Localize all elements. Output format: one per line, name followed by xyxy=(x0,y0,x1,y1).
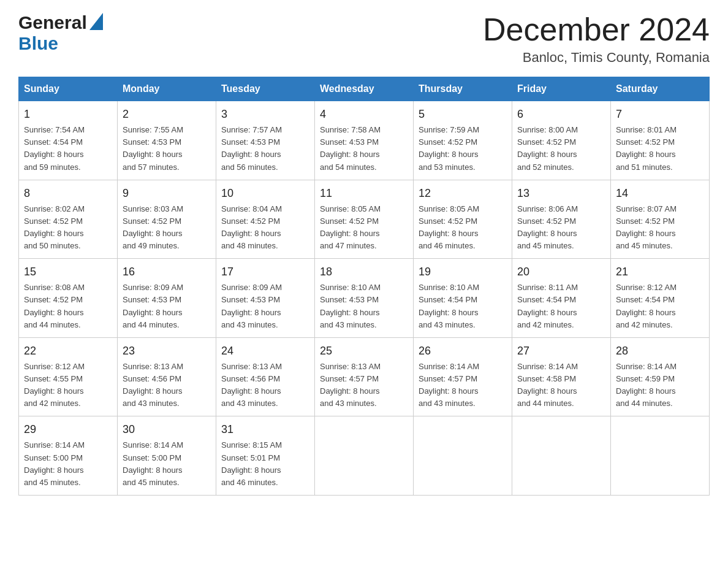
calendar-day-cell: 26 Sunrise: 8:14 AMSunset: 4:57 PMDaylig… xyxy=(414,337,512,416)
day-number: 5 xyxy=(419,106,507,123)
day-info: Sunrise: 8:05 AMSunset: 4:52 PMDaylight:… xyxy=(419,204,479,250)
col-wednesday: Wednesday xyxy=(315,77,414,101)
day-info: Sunrise: 8:10 AMSunset: 4:54 PMDaylight:… xyxy=(419,283,479,329)
day-number: 24 xyxy=(221,343,309,359)
day-info: Sunrise: 7:57 AMSunset: 4:53 PMDaylight:… xyxy=(221,125,282,171)
day-number: 20 xyxy=(517,264,605,280)
day-number: 11 xyxy=(320,185,408,202)
day-info: Sunrise: 8:10 AMSunset: 4:53 PMDaylight:… xyxy=(320,283,381,329)
day-number: 23 xyxy=(123,343,211,359)
col-friday: Friday xyxy=(512,77,611,101)
day-number: 6 xyxy=(517,106,605,123)
calendar-day-cell: 14 Sunrise: 8:07 AMSunset: 4:52 PMDaylig… xyxy=(611,180,710,259)
day-info: Sunrise: 8:00 AMSunset: 4:52 PMDaylight:… xyxy=(517,125,578,171)
day-number: 31 xyxy=(221,421,309,438)
calendar-day-cell: 2 Sunrise: 7:55 AMSunset: 4:53 PMDayligh… xyxy=(118,101,216,180)
calendar-day-cell: 11 Sunrise: 8:05 AMSunset: 4:52 PMDaylig… xyxy=(315,180,414,259)
calendar-day-cell: 19 Sunrise: 8:10 AMSunset: 4:54 PMDaylig… xyxy=(414,259,512,338)
day-number: 4 xyxy=(320,106,408,123)
logo-blue-text: Blue xyxy=(18,33,58,54)
day-number: 2 xyxy=(123,106,211,123)
day-number: 29 xyxy=(24,421,112,438)
day-number: 28 xyxy=(616,343,704,359)
calendar-header-row: Sunday Monday Tuesday Wednesday Thursday… xyxy=(19,77,710,101)
day-number: 14 xyxy=(616,185,704,202)
day-info: Sunrise: 8:13 AMSunset: 4:57 PMDaylight:… xyxy=(320,362,381,408)
day-info: Sunrise: 8:13 AMSunset: 4:56 PMDaylight:… xyxy=(123,362,183,408)
calendar-day-cell: 31 Sunrise: 8:15 AMSunset: 5:01 PMDaylig… xyxy=(216,416,315,496)
calendar-day-cell: 24 Sunrise: 8:13 AMSunset: 4:56 PMDaylig… xyxy=(216,337,315,416)
calendar-day-cell: 5 Sunrise: 7:59 AMSunset: 4:52 PMDayligh… xyxy=(414,101,512,180)
calendar-day-cell: 18 Sunrise: 8:10 AMSunset: 4:53 PMDaylig… xyxy=(315,259,414,338)
day-info: Sunrise: 7:55 AMSunset: 4:53 PMDaylight:… xyxy=(123,125,183,171)
svg-marker-0 xyxy=(89,13,103,30)
day-info: Sunrise: 8:14 AMSunset: 5:00 PMDaylight:… xyxy=(24,440,85,486)
day-info: Sunrise: 8:03 AMSunset: 4:52 PMDaylight:… xyxy=(123,204,183,250)
calendar-day-cell: 4 Sunrise: 7:58 AMSunset: 4:53 PMDayligh… xyxy=(315,101,414,180)
day-info: Sunrise: 8:01 AMSunset: 4:52 PMDaylight:… xyxy=(616,125,677,171)
calendar-week-row: 1 Sunrise: 7:54 AMSunset: 4:54 PMDayligh… xyxy=(19,101,710,180)
day-number: 3 xyxy=(221,106,309,123)
day-info: Sunrise: 8:13 AMSunset: 4:56 PMDaylight:… xyxy=(221,362,282,408)
day-info: Sunrise: 8:07 AMSunset: 4:52 PMDaylight:… xyxy=(616,204,677,250)
day-info: Sunrise: 7:58 AMSunset: 4:53 PMDaylight:… xyxy=(320,125,381,171)
day-info: Sunrise: 8:02 AMSunset: 4:52 PMDaylight:… xyxy=(24,204,85,250)
calendar-week-row: 29 Sunrise: 8:14 AMSunset: 5:00 PMDaylig… xyxy=(19,416,710,496)
day-info: Sunrise: 8:04 AMSunset: 4:52 PMDaylight:… xyxy=(221,204,282,250)
calendar-day-cell xyxy=(611,416,710,496)
day-info: Sunrise: 8:09 AMSunset: 4:53 PMDaylight:… xyxy=(221,283,282,329)
day-info: Sunrise: 8:05 AMSunset: 4:52 PMDaylight:… xyxy=(320,204,381,250)
day-info: Sunrise: 8:15 AMSunset: 5:01 PMDaylight:… xyxy=(221,440,282,486)
day-number: 27 xyxy=(517,343,605,359)
calendar-day-cell: 10 Sunrise: 8:04 AMSunset: 4:52 PMDaylig… xyxy=(216,180,315,259)
logo: General Blue xyxy=(18,12,103,54)
calendar-subtitle: Banloc, Timis County, Romania xyxy=(483,50,710,66)
calendar-day-cell: 13 Sunrise: 8:06 AMSunset: 4:52 PMDaylig… xyxy=(512,180,611,259)
day-number: 18 xyxy=(320,264,408,280)
day-info: Sunrise: 7:59 AMSunset: 4:52 PMDaylight:… xyxy=(419,125,479,171)
calendar-day-cell: 7 Sunrise: 8:01 AMSunset: 4:52 PMDayligh… xyxy=(611,101,710,180)
day-info: Sunrise: 8:12 AMSunset: 4:54 PMDaylight:… xyxy=(616,283,677,329)
day-number: 1 xyxy=(24,106,112,123)
col-saturday: Saturday xyxy=(611,77,710,101)
day-info: Sunrise: 8:08 AMSunset: 4:52 PMDaylight:… xyxy=(24,283,85,329)
calendar-day-cell xyxy=(414,416,512,496)
calendar-day-cell: 3 Sunrise: 7:57 AMSunset: 4:53 PMDayligh… xyxy=(216,101,315,180)
day-number: 7 xyxy=(616,106,704,123)
calendar-day-cell: 1 Sunrise: 7:54 AMSunset: 4:54 PMDayligh… xyxy=(19,101,118,180)
calendar-day-cell: 15 Sunrise: 8:08 AMSunset: 4:52 PMDaylig… xyxy=(19,259,118,338)
calendar-day-cell: 9 Sunrise: 8:03 AMSunset: 4:52 PMDayligh… xyxy=(118,180,216,259)
logo-general-text: General xyxy=(18,12,87,33)
day-number: 21 xyxy=(616,264,704,280)
day-number: 12 xyxy=(419,185,507,202)
day-number: 15 xyxy=(24,264,112,280)
calendar-day-cell: 28 Sunrise: 8:14 AMSunset: 4:59 PMDaylig… xyxy=(611,337,710,416)
calendar-day-cell: 27 Sunrise: 8:14 AMSunset: 4:58 PMDaylig… xyxy=(512,337,611,416)
day-info: Sunrise: 8:14 AMSunset: 5:00 PMDaylight:… xyxy=(123,440,183,486)
day-info: Sunrise: 8:14 AMSunset: 4:57 PMDaylight:… xyxy=(419,362,479,408)
calendar-week-row: 22 Sunrise: 8:12 AMSunset: 4:55 PMDaylig… xyxy=(19,337,710,416)
calendar-title: December 2024 xyxy=(483,12,710,47)
calendar-day-cell: 20 Sunrise: 8:11 AMSunset: 4:54 PMDaylig… xyxy=(512,259,611,338)
calendar-week-row: 8 Sunrise: 8:02 AMSunset: 4:52 PMDayligh… xyxy=(19,180,710,259)
calendar-day-cell: 6 Sunrise: 8:00 AMSunset: 4:52 PMDayligh… xyxy=(512,101,611,180)
calendar-day-cell: 8 Sunrise: 8:02 AMSunset: 4:52 PMDayligh… xyxy=(19,180,118,259)
calendar-table: Sunday Monday Tuesday Wednesday Thursday… xyxy=(18,77,710,496)
day-info: Sunrise: 8:06 AMSunset: 4:52 PMDaylight:… xyxy=(517,204,578,250)
calendar-day-cell: 25 Sunrise: 8:13 AMSunset: 4:57 PMDaylig… xyxy=(315,337,414,416)
calendar-day-cell: 23 Sunrise: 8:13 AMSunset: 4:56 PMDaylig… xyxy=(118,337,216,416)
title-area: December 2024 Banloc, Timis County, Roma… xyxy=(483,12,710,66)
day-number: 16 xyxy=(123,264,211,280)
page-header: General Blue December 2024 Banloc, Timis… xyxy=(18,12,710,66)
day-number: 25 xyxy=(320,343,408,359)
calendar-day-cell: 21 Sunrise: 8:12 AMSunset: 4:54 PMDaylig… xyxy=(611,259,710,338)
calendar-day-cell: 16 Sunrise: 8:09 AMSunset: 4:53 PMDaylig… xyxy=(118,259,216,338)
calendar-day-cell: 12 Sunrise: 8:05 AMSunset: 4:52 PMDaylig… xyxy=(414,180,512,259)
day-number: 17 xyxy=(221,264,309,280)
day-info: Sunrise: 8:12 AMSunset: 4:55 PMDaylight:… xyxy=(24,362,85,408)
calendar-day-cell xyxy=(512,416,611,496)
day-info: Sunrise: 8:14 AMSunset: 4:59 PMDaylight:… xyxy=(616,362,677,408)
calendar-day-cell: 29 Sunrise: 8:14 AMSunset: 5:00 PMDaylig… xyxy=(19,416,118,496)
calendar-week-row: 15 Sunrise: 8:08 AMSunset: 4:52 PMDaylig… xyxy=(19,259,710,338)
day-number: 30 xyxy=(123,421,211,438)
